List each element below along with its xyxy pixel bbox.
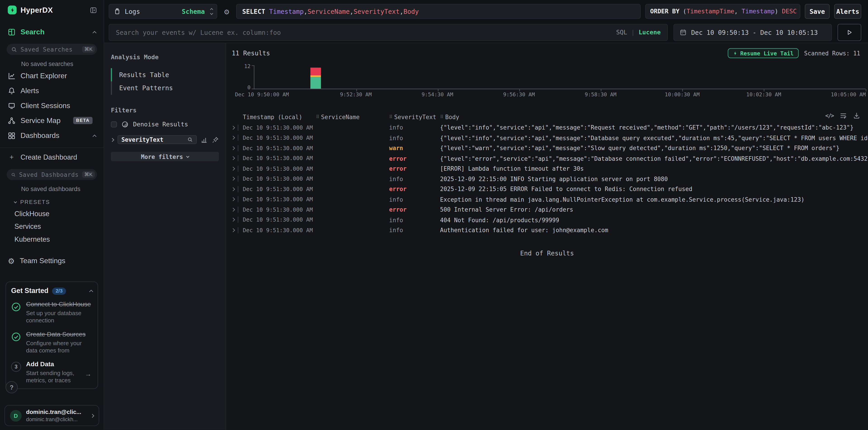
sidebar-item-search[interactable]: Search (0, 25, 103, 39)
alerts-button[interactable]: Alerts (834, 4, 861, 19)
row-divider (238, 176, 238, 182)
row-expand-icon[interactable] (231, 177, 235, 180)
order-by-tokens: (TimestampTime, Timestamp) DESC (683, 8, 797, 15)
scanned-rows: Scanned Rows: 11 (804, 50, 860, 57)
severity-filter-field[interactable]: SeverityText (118, 135, 197, 144)
bar-chart-icon[interactable] (200, 136, 208, 143)
x-axis-tick-label: 10:00:30 AM (665, 91, 700, 97)
chevron-down-icon (187, 155, 189, 157)
row-expand-icon[interactable] (231, 167, 235, 170)
chevron-right-icon[interactable] (111, 138, 114, 141)
select-query-input[interactable]: SELECTTimestamp,ServiceName,SeverityText… (236, 4, 641, 19)
get-started-step-add-data[interactable]: 3 Add Data Start sending logs, metrics, … (11, 360, 93, 384)
row-expand-icon[interactable] (231, 197, 235, 201)
chevron-up-icon (93, 31, 96, 35)
no-saved-dashboards-text: No saved dashboards (0, 180, 103, 193)
column-servicename[interactable]: ⠿ServiceName (316, 113, 389, 120)
more-filters-label: More filters (141, 153, 183, 160)
drag-handle-icon[interactable]: ⠿ (440, 114, 443, 120)
service-map-icon (8, 117, 16, 124)
sidebar-item-alerts[interactable]: Alerts (0, 83, 103, 98)
sql-token: , (734, 8, 741, 15)
table-row[interactable]: Dec 10 9:51:30.000 AM info Exception in … (231, 194, 868, 204)
row-expand-icon[interactable] (231, 136, 235, 140)
drag-handle-icon[interactable]: ⠿ (389, 114, 392, 120)
more-filters-button[interactable]: More filters (111, 152, 219, 161)
row-expand-icon[interactable] (231, 228, 235, 232)
sidebar-item-chart-explorer[interactable]: Chart Explorer (0, 68, 103, 83)
source-settings-gear-icon[interactable]: ⚙ (222, 6, 231, 16)
download-icon[interactable] (853, 112, 860, 119)
sidebar-item-label: Search (21, 28, 44, 36)
code-view-icon[interactable]: </> (825, 112, 834, 119)
get-started-header[interactable]: Get Started 2/3 (11, 287, 93, 295)
row-expand-icon[interactable] (231, 157, 235, 160)
row-expand-icon[interactable] (231, 126, 235, 130)
drag-handle-icon[interactable]: ⠿ (316, 114, 319, 120)
row-expand-icon[interactable] (231, 146, 235, 150)
row-expand-icon[interactable] (231, 187, 235, 191)
cell-severity: error (389, 186, 440, 192)
tab-event-patterns[interactable]: Event Patterns (111, 81, 219, 95)
pin-icon[interactable] (212, 136, 219, 143)
sidebar-item-team-settings[interactable]: ⚙ Team Settings (0, 253, 103, 268)
table-row[interactable]: Dec 10 9:51:30.000 AM info {"level":"inf… (231, 133, 868, 143)
column-timestamp[interactable]: Timestamp (Local) (243, 113, 316, 120)
sidebar-item-service-map[interactable]: Service Map BETA (0, 113, 103, 128)
progress-badge: 2/3 (52, 287, 66, 295)
column-severitytext[interactable]: ⠿SeverityText (389, 113, 440, 120)
saved-dashboards-placeholder: Saved Dashboards (19, 171, 79, 178)
table-row[interactable]: Dec 10 9:51:30.000 AM info 404 Not Found… (231, 215, 868, 225)
hyperdx-logo-icon[interactable] (8, 6, 17, 14)
presets-toggle[interactable]: PRESETS (0, 193, 103, 207)
get-started-step-connect[interactable]: Connect to ClickHouse Set up your databa… (11, 300, 93, 324)
sidebar-item-kubernetes[interactable]: Kubernetes (0, 233, 103, 245)
saved-dashboards-input[interactable]: Saved Dashboards ⌘K (6, 169, 97, 180)
user-menu[interactable]: D dominic.tran@clic... dominic.tran@clic… (4, 405, 99, 426)
sidebar-item-clickhouse[interactable]: ClickHouse (0, 207, 103, 220)
get-started-step-sources[interactable]: Create Data Sources Configure where your… (11, 330, 93, 354)
chart-bar[interactable] (311, 67, 321, 89)
row-expand-icon[interactable] (231, 218, 235, 222)
saved-searches-input[interactable]: Saved Searches ⌘K (6, 44, 97, 55)
run-query-button[interactable] (837, 24, 861, 41)
sidebar-item-client-sessions[interactable]: Client Sessions (0, 98, 103, 113)
table-row[interactable]: Dec 10 9:51:30.000 AM error 2025-12-09 2… (231, 184, 868, 194)
calendar-icon (680, 29, 687, 36)
sidebar-item-dashboards[interactable]: Dashboards (0, 128, 103, 143)
table-row[interactable]: Dec 10 9:51:30.000 AM error {"level":"er… (231, 153, 868, 163)
table-row[interactable]: Dec 10 9:51:30.000 AM info {"level":"inf… (231, 123, 868, 133)
query-language-toggle[interactable]: SQL | Lucene (616, 29, 661, 36)
column-body[interactable]: ⠿Body (440, 113, 807, 120)
table-row[interactable]: Dec 10 9:51:30.000 AM info Authenticatio… (231, 225, 868, 235)
table-row[interactable]: Dec 10 9:51:30.000 AM error 500 Internal… (231, 204, 868, 214)
sidebar-item-services[interactable]: Services (0, 220, 103, 233)
saved-searches-placeholder: Saved Searches (21, 46, 73, 53)
step-title: Create Data Sources (26, 330, 93, 338)
sidebar-collapse-icon[interactable] (90, 6, 97, 13)
text-wrap-icon[interactable] (840, 112, 847, 119)
denoise-checkbox[interactable] (111, 122, 117, 128)
event-search-input[interactable]: Search your events w/ Lucene ex. column:… (108, 24, 668, 41)
cell-body: Exception in thread main java.lang.NullP… (440, 196, 868, 203)
row-expand-icon[interactable] (231, 207, 235, 211)
table-row[interactable]: Dec 10 9:51:30.000 AM warn {"level":"war… (231, 143, 868, 153)
x-axis-tick-label: 10:02:30 AM (746, 91, 781, 97)
chart-plot[interactable] (254, 65, 866, 89)
lucene-toggle[interactable]: Lucene (639, 29, 661, 36)
table-row[interactable]: Dec 10 9:51:30.000 AM info 2025-12-09 22… (231, 174, 868, 184)
sql-token: , (400, 7, 403, 15)
resume-live-tail-button[interactable]: Resume Live Tail (727, 48, 799, 58)
order-by-input[interactable]: ORDER BY(TimestampTime, Timestamp) DESC (645, 4, 800, 19)
create-dashboard-button[interactable]: + Create Dashboard (0, 150, 103, 165)
save-button[interactable]: Save (805, 4, 830, 19)
table-row[interactable]: Dec 10 9:51:30.000 AM error [ERROR] Lamb… (231, 163, 868, 174)
cell-body: {"level":"info","service":"api","message… (440, 134, 868, 141)
help-button[interactable]: ? (6, 381, 18, 393)
date-range-picker[interactable]: Dec 10 09:50:13 - Dec 10 10:05:13 (674, 24, 832, 41)
sql-toggle[interactable]: SQL (616, 29, 627, 36)
cell-severity: warn (389, 145, 440, 151)
plus-icon: + (8, 154, 16, 161)
source-selector[interactable]: Logs Schema (108, 4, 217, 19)
tab-results-table[interactable]: Results Table (111, 68, 219, 81)
